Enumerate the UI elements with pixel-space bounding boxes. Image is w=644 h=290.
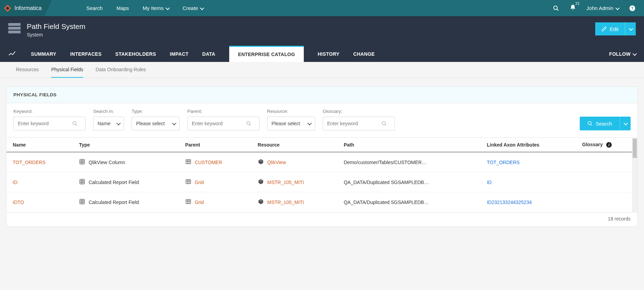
search-icon <box>587 121 593 126</box>
filter-type-label: Type: <box>132 109 180 114</box>
user-menu[interactable]: John Admin <box>587 5 619 11</box>
cell-name[interactable]: TOT_ORDERS <box>13 160 45 165</box>
notification-count: 21 <box>575 1 579 6</box>
filter-type-select[interactable]: Please select <box>132 117 180 130</box>
search-icon[interactable] <box>381 121 387 126</box>
table-icon <box>185 198 191 206</box>
help-icon[interactable]: ? <box>629 5 636 12</box>
svg-line-10 <box>76 124 77 126</box>
search-button[interactable]: Search <box>580 117 620 130</box>
topnav-maps[interactable]: Maps <box>116 5 129 11</box>
physical-fields-card: PHYSICAL FIELDS Keyword: Search in: Name… <box>6 86 638 227</box>
svg-point-2 <box>554 6 557 10</box>
cell-linked[interactable]: ID <box>487 180 492 185</box>
column-type-icon <box>79 179 85 186</box>
search-icon[interactable] <box>246 121 252 126</box>
filter-glossary-label: Glossary: <box>323 109 395 114</box>
col-parent[interactable]: Parent <box>179 138 252 152</box>
svg-rect-7 <box>8 27 21 30</box>
filter-searchin-select[interactable]: Name <box>93 117 124 130</box>
tab-enterprise-catalog[interactable]: ENTERPRISE CATALOG <box>229 46 304 62</box>
svg-rect-17 <box>80 159 85 164</box>
table-icon <box>185 159 191 166</box>
cell-type: Calculated Report Field <box>89 180 139 185</box>
vertical-scrollbar[interactable] <box>632 138 637 212</box>
cell-name[interactable]: ID <box>13 180 18 185</box>
chevron-down-icon <box>629 26 632 32</box>
filter-keyword-input-wrap <box>13 117 86 130</box>
filters-row: Keyword: Search in: Name Type: Please se… <box>7 103 637 137</box>
table-icon <box>185 179 191 186</box>
tab-change[interactable]: CHANGE <box>353 46 375 62</box>
scroll-thumb[interactable] <box>633 139 637 158</box>
cube-icon <box>258 198 264 206</box>
chevron-down-icon <box>308 121 311 126</box>
filter-parent-input[interactable] <box>192 117 243 130</box>
col-type[interactable]: Type <box>73 138 179 152</box>
filter-searchin-label: Search in: <box>93 109 124 114</box>
edit-button[interactable]: Edit <box>595 22 625 35</box>
cell-parent[interactable]: CUSTOMER <box>195 160 222 165</box>
cell-parent[interactable]: Grid <box>195 200 204 205</box>
filter-keyword-label: Keyword: <box>13 109 86 114</box>
filter-keyword-input[interactable] <box>18 117 69 130</box>
chevron-down-icon <box>166 5 169 11</box>
brand[interactable]: Informatica <box>0 0 52 16</box>
tab-impact[interactable]: IMPACT <box>170 46 188 62</box>
chevron-down-icon <box>116 121 120 126</box>
cell-resource[interactable]: MSTR_105_MITI <box>267 180 304 185</box>
topnav-create[interactable]: Create <box>182 5 203 11</box>
cell-type: Calculated Report Field <box>89 200 139 205</box>
cube-icon <box>258 159 264 166</box>
info-icon[interactable]: i <box>606 142 612 148</box>
svg-line-3 <box>557 9 558 11</box>
lineage-icon[interactable] <box>8 50 16 58</box>
table-row: IDCalculated Report FieldGridMSTR_105_MI… <box>7 172 637 192</box>
page-title: Path Field System <box>27 22 85 31</box>
search-icon[interactable] <box>72 121 78 126</box>
search-dropdown[interactable] <box>620 117 631 130</box>
cell-linked[interactable]: TOT_ORDERS <box>487 160 520 165</box>
col-resource[interactable]: Resource <box>252 138 337 152</box>
notifications[interactable]: 21 <box>569 4 576 12</box>
tab-stakeholders[interactable]: STAKEHOLDERS <box>115 46 156 62</box>
filter-resource-select[interactable]: Please select <box>267 117 315 130</box>
tab-interfaces[interactable]: INTERFACES <box>70 46 102 62</box>
subtab-data-onboarding-rules[interactable]: Data Onboarding Rules <box>96 62 146 78</box>
svg-rect-6 <box>8 23 21 26</box>
col-glossary[interactable]: Glossary i <box>576 138 637 152</box>
tab-summary[interactable]: SUMMARY <box>31 46 56 62</box>
tab-data[interactable]: DATA <box>202 46 215 62</box>
svg-line-14 <box>385 124 386 126</box>
topnav-search[interactable]: Search <box>86 5 103 11</box>
cell-type: QlikView Column <box>89 160 125 165</box>
cube-icon <box>258 179 264 186</box>
cell-resource[interactable]: MSTR_105_MITI <box>267 200 304 205</box>
search-icon[interactable] <box>553 5 559 11</box>
col-linked[interactable]: Linked Axon Attributes <box>481 138 576 152</box>
tab-history[interactable]: HISTORY <box>318 46 340 62</box>
cell-path: QA_DATA/Duplicated SGSAMPLEDB… <box>344 200 429 205</box>
follow-button[interactable]: FOLLOW <box>609 46 636 62</box>
cell-name[interactable]: IDTO <box>13 200 24 205</box>
svg-text:?: ? <box>631 6 633 10</box>
subtab-resources[interactable]: Resources <box>16 62 39 78</box>
svg-point-11 <box>247 121 250 125</box>
column-type-icon <box>79 159 85 166</box>
topnav-my-items[interactable]: My Items <box>143 5 169 11</box>
col-name[interactable]: Name <box>7 138 73 152</box>
filter-glossary-input[interactable] <box>327 117 379 130</box>
edit-dropdown[interactable] <box>625 22 636 35</box>
col-path[interactable]: Path <box>337 138 480 152</box>
table-row: TOT_ORDERSQlikView ColumnCUSTOMERQlikVie… <box>7 152 637 172</box>
brand-logo-icon <box>3 4 12 12</box>
record-count: 18 records <box>7 212 637 226</box>
cell-resource[interactable]: QlikView <box>267 160 286 165</box>
cell-linked[interactable]: ID232133244325234 <box>487 200 532 205</box>
subtab-physical-fields[interactable]: Physical Fields <box>51 62 83 78</box>
chevron-down-icon <box>200 5 203 11</box>
cell-glossary <box>576 192 637 212</box>
table-wrap: Name Type Parent Resource Path Linked Ax… <box>7 137 637 212</box>
physical-fields-table: Name Type Parent Resource Path Linked Ax… <box>7 137 637 212</box>
cell-parent[interactable]: Grid <box>195 180 204 185</box>
